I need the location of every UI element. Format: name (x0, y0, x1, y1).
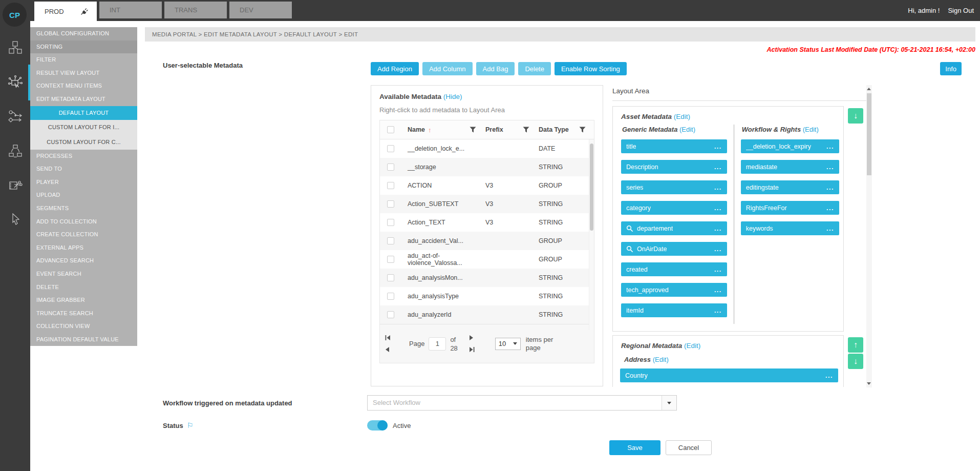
row-checkbox[interactable] (387, 256, 394, 263)
asset-metadata-edit-link[interactable]: (Edit) (674, 113, 690, 120)
dropdown-button[interactable] (662, 396, 676, 410)
move-region-down-button-2[interactable]: ↓ (848, 354, 863, 369)
sidebar-item-custom-layout-for-c[interactable]: CUSTOM LAYOUT FOR C... (30, 135, 137, 150)
metadata-config-icon[interactable] (0, 73, 30, 91)
assets-cubes-icon[interactable] (0, 38, 30, 57)
previous-page-button[interactable] (385, 347, 391, 352)
table-row-adu-analyzerid[interactable]: adu_analyzerIdSTRING (380, 305, 594, 324)
cancel-button[interactable]: Cancel (666, 440, 712, 455)
sidebar-item-sorting[interactable]: SORTING (30, 40, 137, 54)
metadata-chip-category[interactable]: category... (621, 201, 727, 215)
info-button[interactable]: Info (940, 62, 962, 75)
move-region-down-button[interactable]: ↓ (848, 108, 863, 124)
column-edit-link[interactable]: (Edit) (677, 126, 695, 133)
row-checkbox[interactable] (387, 237, 394, 244)
clip-editor-icon[interactable] (0, 176, 30, 194)
next-page-button[interactable] (469, 335, 475, 340)
sidebar-item-pagination-default-value[interactable]: PAGINATION DEFAULT VALUE (30, 333, 137, 346)
sidebar-item-create-collection[interactable]: CREATE COLLECTION (30, 228, 137, 241)
sidebar-item-add-to-collection[interactable]: ADD TO COLLECTION (30, 215, 137, 229)
chip-menu-button[interactable]: ... (823, 204, 834, 212)
sidebar-item-segments[interactable]: SEGMENTS (30, 202, 137, 215)
metadata-chip-description[interactable]: Description... (621, 160, 727, 174)
row-checkbox[interactable] (387, 163, 394, 171)
table-row-deletion-lock-e[interactable]: __deletion_lock_e...DATE (380, 139, 594, 158)
table-scrollbar[interactable] (589, 139, 594, 330)
row-checkbox[interactable] (387, 182, 394, 189)
metadata-chip-created[interactable]: created... (621, 262, 727, 276)
chip-menu-button[interactable]: ... (711, 184, 722, 191)
chip-menu-button[interactable]: ... (711, 307, 722, 314)
chip-menu-button[interactable]: ... (711, 245, 722, 253)
sidebar-item-truncate-search[interactable]: TRUNCATE SEARCH (30, 307, 137, 320)
sidebar-item-upload[interactable]: UPLOAD (30, 189, 137, 202)
name-filter-icon[interactable] (470, 127, 476, 133)
sort-ascending-icon[interactable]: ↑ (428, 126, 432, 134)
chip-menu-button[interactable]: ... (711, 286, 722, 294)
metadata-chip-itemid[interactable]: itemId... (621, 303, 727, 317)
metadata-chip-deletion-lock-expiry[interactable]: __deletion_lock_expiry... (741, 139, 839, 153)
table-row-action[interactable]: ACTIONV3GROUP (380, 176, 594, 195)
table-row-action-subtext[interactable]: Action_SUBTEXTV3STRING (380, 195, 594, 213)
metadata-chip-rightsfreefor[interactable]: RightsFreeFor... (741, 201, 839, 215)
sidebar-item-edit-metadata-layout[interactable]: EDIT METADATA LAYOUT (30, 93, 137, 106)
row-checkbox[interactable] (387, 293, 394, 300)
table-row-adu-analysismon[interactable]: adu_analysisMon...STRING (380, 269, 594, 287)
scroll-up-icon[interactable] (867, 88, 871, 90)
hide-link[interactable]: (Hide) (443, 93, 462, 100)
sidebar-item-result-view-layout[interactable]: RESULT VIEW LAYOUT (30, 67, 137, 80)
row-checkbox[interactable] (387, 200, 394, 208)
chip-menu-button[interactable]: ... (711, 266, 722, 273)
metadata-chip-tech-approved[interactable]: tech_approved... (621, 283, 727, 297)
add-region-button[interactable]: Add Region (371, 62, 419, 75)
chip-menu-button[interactable]: ... (711, 163, 722, 171)
sidebar-item-send-to[interactable]: SEND TO (30, 162, 137, 176)
metadata-chip-onairdate[interactable]: OnAirDate... (621, 242, 727, 256)
metadata-chip-series[interactable]: series... (621, 180, 727, 194)
move-region-up-button[interactable]: ↑ (848, 337, 863, 353)
row-checkbox[interactable] (387, 219, 394, 226)
save-button[interactable]: Save (609, 440, 661, 455)
sidebar-item-context-menu-items[interactable]: CONTEXT MENU ITEMS (30, 79, 137, 93)
status-toggle[interactable] (367, 420, 388, 431)
row-checkbox[interactable] (387, 311, 394, 318)
sidebar-item-event-search[interactable]: EVENT SEARCH (30, 268, 137, 281)
row-checkbox[interactable] (387, 145, 394, 152)
table-scrollbar-thumb[interactable] (590, 144, 593, 231)
chip-menu-button[interactable]: ... (823, 225, 834, 232)
add-column-button[interactable]: Add Column (422, 62, 473, 75)
app-logo[interactable]: CP (3, 3, 27, 27)
tab-trans[interactable]: TRANS (164, 2, 227, 18)
sidebar-item-processes[interactable]: PROCESSES (30, 150, 137, 163)
table-row-adu-accident-val[interactable]: adu_accident_Val...GROUP (380, 232, 594, 250)
chip-menu-button[interactable]: ... (822, 372, 833, 379)
chip-menu-button[interactable]: ... (823, 143, 834, 150)
metadata-chip-mediastate[interactable]: mediastate... (741, 160, 839, 174)
collections-icon[interactable] (0, 141, 30, 160)
tab-dev[interactable]: DEV (229, 2, 292, 18)
tab-prod[interactable]: PROD (34, 2, 97, 21)
sidebar-item-collection-view[interactable]: COLLECTION VIEW (30, 320, 137, 333)
metadata-chip-editingstate[interactable]: editingstate... (741, 180, 839, 194)
table-row-action-text[interactable]: Action_TEXTV3STRING (380, 213, 594, 232)
workflow-icon[interactable] (0, 107, 30, 126)
delete-button[interactable]: Delete (518, 62, 551, 75)
table-row-adu-act-of-violence-valossa[interactable]: adu_act-of-violence_Valossa...GROUP (380, 250, 594, 269)
column-edit-link[interactable]: (Edit) (801, 126, 819, 133)
column-header-name[interactable]: Name (408, 126, 425, 133)
page-size-select[interactable]: 10 (495, 338, 521, 350)
sidebar-item-filter[interactable]: FILTER (30, 53, 137, 67)
metadata-chip-country[interactable]: Country... (620, 368, 838, 382)
sidebar-item-advanced-search[interactable]: ADVANCED SEARCH (30, 254, 137, 268)
last-page-button[interactable] (469, 347, 475, 352)
select-all-checkbox[interactable] (387, 126, 394, 133)
tab-int[interactable]: INT (99, 2, 162, 18)
first-page-button[interactable] (385, 335, 391, 340)
table-row-storage[interactable]: __storageSTRING (380, 158, 594, 176)
sidebar-item-default-layout[interactable]: DEFAULT LAYOUT (30, 106, 137, 120)
chip-menu-button[interactable]: ... (711, 143, 722, 150)
row-checkbox[interactable] (387, 274, 394, 281)
metadata-chip-departement[interactable]: departement... (621, 221, 727, 235)
regional-metadata-edit-link[interactable]: (Edit) (684, 342, 700, 350)
column-header-datatype[interactable]: Data Type (539, 126, 569, 133)
